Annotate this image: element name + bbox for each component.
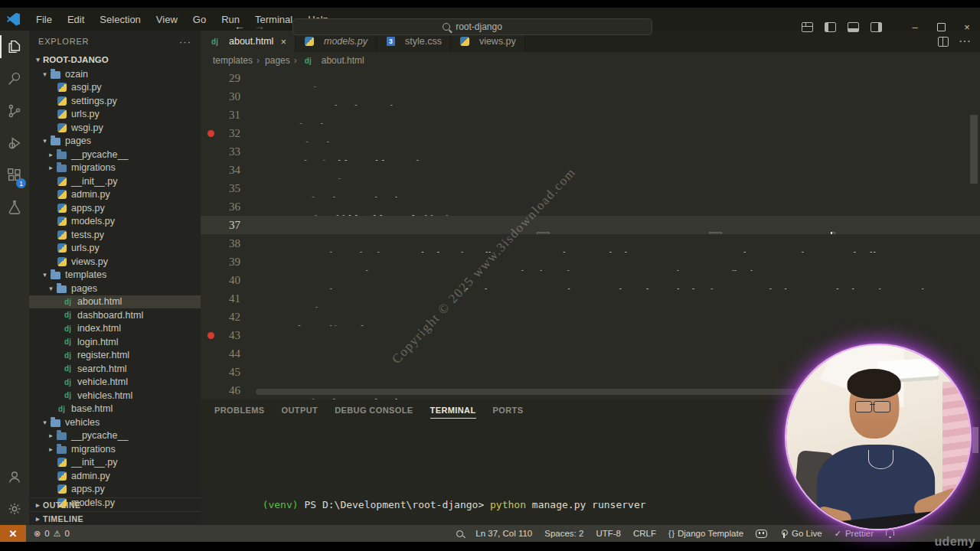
close-button[interactable]: × (954, 15, 980, 38)
tree-item[interactable]: search.html (29, 362, 201, 376)
editor-tab[interactable]: about.html × (201, 31, 296, 52)
extensions-icon[interactable]: 1 (0, 159, 29, 191)
tree-item[interactable]: __pycache__ (29, 148, 201, 161)
tree-item[interactable]: pages (29, 282, 201, 295)
tree-item[interactable]: admin.py (29, 188, 201, 202)
status-item[interactable]: Spaces: 2 (544, 529, 583, 538)
breakpoint-dot[interactable] (207, 332, 214, 339)
source-control-icon[interactable] (0, 95, 29, 127)
run-debug-icon[interactable] (0, 127, 29, 159)
tree-item[interactable]: admin.py (29, 469, 201, 483)
code-line[interactable]: 40 <p class="mt-4">Ozain Motors has been… (201, 271, 980, 289)
tree-item[interactable]: views.py (29, 255, 201, 269)
project-root-row[interactable]: ROOT-DJANGO (29, 52, 201, 67)
code-line[interactable]: 30 <section id="about" class="py-4"> (201, 87, 980, 106)
tab-close-icon[interactable]: × (280, 36, 286, 47)
menu-item[interactable]: Go (186, 11, 213, 28)
tree-item[interactable]: urls.py (29, 108, 201, 122)
terminal-scrollbar[interactable] (972, 427, 978, 453)
panel-tab[interactable]: OUTPUT (282, 406, 318, 419)
tree-item[interactable]: ozain (29, 67, 201, 81)
tree-item[interactable]: urls.py (29, 242, 201, 256)
tree-item[interactable]: asgi.py (29, 81, 201, 95)
tree-item[interactable]: vehicle.html (29, 376, 201, 390)
tree-item[interactable]: login.html (29, 335, 201, 349)
tree-item[interactable]: vehicles (29, 416, 201, 429)
code-line[interactable]: 41 </div> (201, 289, 980, 308)
code-line[interactable]: 39 <img src="{% static 'img/cars/car10.j… (201, 253, 980, 271)
breakpoint-dot[interactable] (207, 130, 214, 137)
tree-item[interactable]: about.html (29, 295, 201, 309)
code-line[interactable]: 35 <div class="col-md-8"> (201, 179, 980, 197)
testing-icon[interactable] (0, 191, 29, 223)
sidebar-section[interactable]: TIMELINE (29, 511, 201, 525)
status-item[interactable]: Prettier (835, 529, 874, 539)
breadcrumb-item[interactable]: pages › (265, 55, 297, 66)
menu-item[interactable]: Selection (93, 11, 147, 28)
code-line[interactable]: 29 <!-- About --> (201, 69, 980, 87)
code-line[interactable]: 38 <p class="lead">From budget-friendly … (201, 234, 980, 253)
panel-tab[interactable]: TERMINAL (430, 406, 476, 419)
code-line[interactable]: 32 <div class="row"> (201, 124, 980, 142)
tree-item[interactable]: wsgi.py (29, 121, 201, 135)
tree-item[interactable]: register.html (29, 349, 201, 363)
status-item[interactable] (456, 530, 463, 537)
restore-button[interactable] (928, 15, 954, 38)
tree-item[interactable]: base.html (29, 403, 201, 416)
code-line[interactable]: 36 <h2>{{ blog.blog_title }}</h2> (201, 197, 980, 216)
code-line[interactable]: 33 {% for blog in blogs %} (201, 142, 980, 161)
command-search-box[interactable]: root-django (292, 18, 652, 35)
status-item[interactable] (886, 531, 894, 536)
status-item[interactable]: Ln 37, Col 110 (475, 529, 532, 538)
code-line[interactable]: 42 {% endfor %} (201, 308, 980, 326)
breadcrumb-item[interactable]: templates › (213, 55, 260, 66)
customize-layout-icon[interactable] (802, 22, 813, 32)
tree-item[interactable]: settings.py (29, 94, 201, 108)
tree-item[interactable]: apps.py (29, 201, 201, 215)
code-line[interactable]: 37 <p> Posted by: <span class="text-seco… (201, 216, 980, 234)
tree-item[interactable]: tests.py (29, 228, 201, 242)
status-item[interactable] (756, 530, 767, 538)
sidebar-section[interactable]: OUTLINE (29, 497, 201, 511)
tree-item[interactable]: templates (29, 269, 201, 282)
tree-item[interactable]: pages (29, 135, 201, 148)
status-item[interactable]: CRLF (633, 529, 656, 538)
account-icon[interactable] (0, 461, 29, 493)
status-item[interactable]: Go Live (779, 529, 822, 538)
tree-item[interactable]: apps.py (29, 483, 201, 497)
status-item[interactable]: UTF-8 (596, 529, 621, 538)
tree-item[interactable]: __init__.py (29, 174, 201, 188)
code-line[interactable]: 34 <!-- About Content --> (201, 161, 980, 179)
menu-item[interactable]: File (29, 11, 59, 28)
remote-indicator[interactable]: ✕ (0, 525, 26, 542)
explorer-icon[interactable] (0, 31, 29, 63)
menu-item[interactable]: Edit (60, 11, 91, 28)
panel-tab[interactable]: PORTS (493, 406, 524, 419)
settings-gear-icon[interactable] (0, 493, 29, 525)
tree-item[interactable]: index.html (29, 322, 201, 336)
breadcrumb-item[interactable]: about.html (302, 55, 364, 66)
tree-item[interactable]: vehicles.html (29, 389, 201, 403)
tree-item[interactable]: __pycache__ (29, 429, 201, 443)
sidebar-more-icon[interactable]: ··· (179, 36, 191, 47)
code-line[interactable]: 31 <div class="container"> (201, 106, 980, 124)
minimize-button[interactable]: – (902, 15, 928, 38)
panel-tab[interactable]: DEBUG CONSOLE (335, 406, 413, 419)
toggle-secondary-sidebar-icon[interactable] (871, 22, 882, 32)
vertical-scrollbar[interactable] (970, 115, 978, 184)
code-line[interactable]: 43 (201, 326, 980, 344)
tree-item[interactable]: __init__.py (29, 456, 201, 470)
tree-item[interactable]: models.py (29, 215, 201, 229)
back-arrow-icon[interactable]: ← (234, 20, 245, 32)
panel-tab[interactable]: PROBLEMS (214, 406, 265, 419)
problems-status[interactable]: ⊗ 0 ⚠ 0 (26, 529, 70, 539)
tree-item[interactable]: migrations (29, 442, 201, 456)
forward-arrow-icon[interactable]: → (254, 20, 265, 32)
tree-item[interactable]: migrations (29, 161, 201, 175)
search-sidebar-icon[interactable] (0, 63, 29, 95)
menu-item[interactable]: View (149, 11, 185, 28)
status-item[interactable]: Django Template (668, 529, 743, 538)
toggle-panel-icon[interactable] (848, 22, 859, 32)
tree-item[interactable]: dashboard.html (29, 308, 201, 322)
toggle-sidebar-icon[interactable] (825, 22, 836, 32)
